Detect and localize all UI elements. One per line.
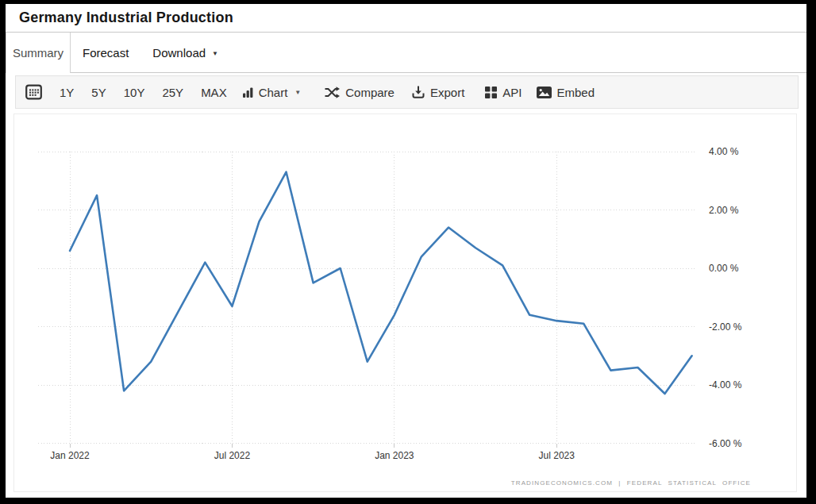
range-5y[interactable]: 5Y	[91, 86, 106, 99]
range-25y[interactable]: 25Y	[162, 86, 183, 99]
x-tick-label: Jul 2022	[214, 450, 251, 461]
y-tick-label: 4.00 %	[709, 146, 739, 157]
bar-chart-icon	[243, 87, 253, 98]
export-label: Export	[430, 86, 464, 99]
tab-download-label: Download	[152, 46, 206, 60]
embed-label: Embed	[557, 86, 595, 99]
compare-button[interactable]: Compare	[325, 86, 395, 99]
api-label: API	[502, 86, 522, 99]
page: Germany Industrial Production Summary Fo…	[6, 4, 806, 498]
chevron-down-icon: ▼	[212, 50, 218, 57]
range-max[interactable]: MAX	[201, 86, 227, 99]
chevron-down-icon: ▼	[294, 89, 301, 96]
x-tick-label: Jul 2023	[539, 450, 575, 461]
chart-attribution[interactable]: TRADINGECONOMICS.COM | FEDERAL STATISTIC…	[511, 479, 751, 487]
x-tick-label: Jan 2023	[375, 450, 414, 461]
line-chart[interactable]: 4.00 %2.00 %0.00 %-2.00 %-4.00 %-6.00 %J…	[6, 115, 806, 492]
y-tick-label: 2.00 %	[709, 205, 739, 216]
export-button[interactable]: Export	[412, 86, 464, 99]
download-icon	[412, 86, 425, 98]
x-tick-label: Jan 2022	[50, 450, 90, 461]
chart-toolbar: 1Y 5Y 10Y 25Y MAX Chart ▼ Compare	[15, 75, 799, 109]
page-title: Germany Industrial Production	[19, 10, 233, 26]
y-tick-label: -4.00 %	[709, 379, 742, 391]
y-tick-label: -2.00 %	[709, 321, 742, 333]
title-bar: Germany Industrial Production	[6, 4, 806, 33]
y-tick-label: -6.00 %	[709, 438, 742, 449]
chart-type-dropdown[interactable]: Chart ▼	[243, 86, 302, 99]
embed-button[interactable]: Embed	[537, 86, 595, 99]
compare-label: Compare	[345, 86, 395, 99]
tab-bar: Summary Forecast Download ▼	[6, 33, 806, 73]
range-1y[interactable]: 1Y	[60, 86, 74, 99]
tab-summary[interactable]: Summary	[6, 33, 71, 73]
image-icon	[537, 87, 552, 98]
calendar-button[interactable]	[25, 84, 42, 100]
y-tick-label: 0.00 %	[709, 263, 739, 274]
calendar-icon	[25, 84, 42, 100]
api-button[interactable]: API	[485, 86, 522, 99]
grid-icon	[485, 87, 497, 98]
window-frame: Germany Industrial Production Summary Fo…	[0, 0, 816, 504]
chart-type-label: Chart	[259, 86, 288, 99]
tab-download[interactable]: Download ▼	[140, 33, 230, 72]
tab-forecast[interactable]: Forecast	[71, 33, 140, 72]
shuffle-icon	[325, 87, 340, 98]
range-10y[interactable]: 10Y	[124, 86, 145, 99]
series-line[interactable]	[70, 172, 692, 394]
